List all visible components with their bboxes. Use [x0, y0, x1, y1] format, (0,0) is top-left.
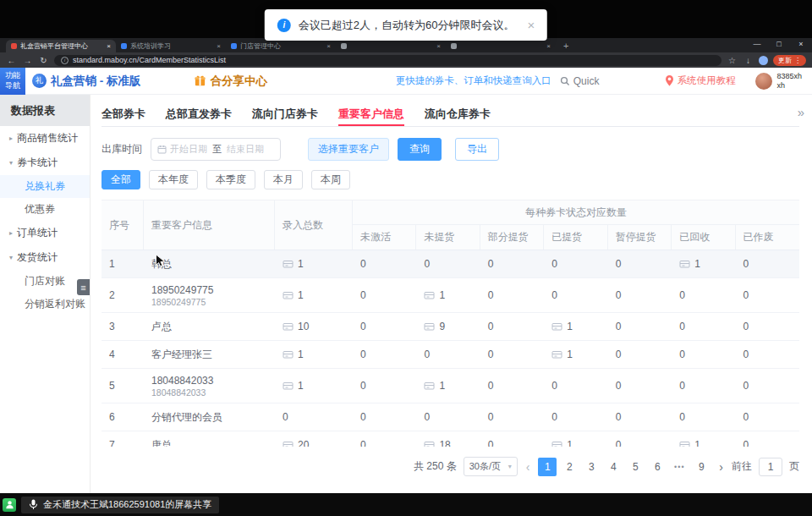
table-row[interactable]: 7唐总2001801010 — [102, 431, 799, 447]
sidebar-subitem[interactable]: 兑换礼券 — [0, 175, 90, 198]
select-customer-button[interactable]: 选择重要客户 — [308, 138, 389, 161]
sidebar-item[interactable]: ▸商品销售统计 — [0, 126, 90, 151]
table-row[interactable]: 5180488420331804884203310100000 — [102, 369, 799, 403]
window-controls: — □ × — [746, 38, 812, 48]
function-nav-toggle[interactable]: 功能导航 — [0, 68, 25, 95]
page-unit-label: 页 — [789, 459, 799, 474]
quick-filter-button[interactable]: 全部 — [102, 170, 140, 189]
count-value: 0 — [679, 321, 685, 332]
col-status: 未提货 — [416, 225, 480, 250]
export-button[interactable]: 导出 — [455, 138, 499, 161]
panel-collapse-icon[interactable]: » — [798, 105, 804, 119]
customer-cell: 卢总 — [144, 313, 275, 340]
back-icon[interactable]: ← — [6, 56, 17, 65]
quick-entry-link[interactable]: 更快捷的券卡、订单和快递查询入口 — [396, 74, 551, 87]
count-cell: 0 — [353, 341, 416, 368]
tutorial-link[interactable]: 系统使用教程 — [665, 74, 735, 87]
col-total: 录入总数 — [275, 200, 353, 250]
browser-tab[interactable]: 礼盒营销平台管理中心× — [6, 40, 116, 52]
sidebar-item[interactable]: ▾发货统计 — [0, 245, 90, 270]
forward-icon[interactable]: → — [22, 56, 33, 65]
content-tab[interactable]: 流向门店券卡 — [252, 105, 318, 126]
reload-icon[interactable]: ↻ — [38, 56, 49, 65]
tab-close-icon[interactable]: × — [326, 42, 331, 50]
count-cell: 0 — [736, 278, 799, 312]
browser-toolbar: ← → ↻ i standard.maboy.cn/CardMemberStat… — [0, 52, 812, 68]
address-bar[interactable]: i standard.maboy.cn/CardMemberStatistics… — [54, 55, 721, 66]
prev-page-button[interactable]: ‹ — [524, 460, 532, 474]
page-button[interactable]: 3 — [582, 458, 601, 476]
tab-close-icon[interactable]: × — [546, 42, 551, 50]
page-button[interactable]: 1 — [538, 458, 557, 476]
update-label: 更新 — [778, 56, 792, 65]
screen-share-pill: 金禾通技术王斌18662591081的屏幕共享 — [21, 497, 219, 513]
quick-filter-button[interactable]: 本季度 — [206, 170, 255, 189]
user-menu[interactable]: 8385xh xh — [755, 72, 802, 90]
page-button[interactable]: 9 — [692, 458, 710, 476]
toast-close-icon[interactable]: × — [527, 18, 535, 32]
page-button[interactable]: 2 — [560, 458, 579, 476]
caret-right-icon: ▸ — [9, 134, 13, 142]
sidebar-collapse-handle[interactable]: ≡ — [77, 279, 90, 295]
close-button[interactable]: × — [790, 40, 812, 48]
quick-filter-button[interactable]: 本年度 — [149, 170, 198, 189]
browser-tab[interactable]: × — [446, 40, 556, 52]
tab-close-icon[interactable]: × — [217, 42, 221, 50]
app-header: 功能导航 礼 礼盒营销 - 标准版 合分享中心 更快捷的券卡、订单和快递查询入口 — [0, 68, 812, 95]
page-button[interactable]: 5 — [626, 458, 645, 476]
count-value: 0 — [360, 380, 366, 392]
maximize-button[interactable]: □ — [768, 40, 790, 48]
content-tab[interactable]: 全部券卡 — [102, 105, 145, 126]
count-cell: 1 — [275, 341, 353, 368]
count-cell: 0 — [275, 403, 353, 431]
share-center-link[interactable]: 合分享中心 — [194, 74, 268, 89]
tab-close-icon[interactable]: × — [436, 42, 441, 50]
search-button[interactable]: 查询 — [398, 138, 442, 161]
tab-close-icon[interactable]: × — [107, 42, 111, 50]
content-tab[interactable]: 总部直发券卡 — [166, 105, 232, 126]
menu-dots-icon[interactable]: ⋮ — [794, 57, 801, 64]
sidebar-item-label: 发货统计 — [17, 250, 58, 265]
table-row[interactable]: 1韩总10000010 — [102, 250, 799, 278]
date-separator: 至 — [212, 143, 222, 156]
goto-page-input[interactable]: 1 — [759, 458, 782, 476]
browser-tab[interactable]: 门店管理中心× — [226, 40, 336, 52]
page-size-select[interactable]: 30条/页 ▾ — [464, 457, 518, 476]
browser-tab[interactable]: × — [336, 40, 446, 52]
count-cell: 0 — [608, 403, 672, 431]
page-button[interactable]: 4 — [604, 458, 623, 476]
bookmark-icon[interactable]: ☆ — [727, 56, 738, 65]
quick-filter-button[interactable]: 本月 — [264, 170, 303, 189]
quick-search[interactable]: Quick — [560, 75, 600, 87]
count-value: 10 — [298, 321, 309, 332]
site-info-icon[interactable]: i — [61, 57, 69, 64]
sidebar-item[interactable]: ▸订单统计 — [0, 221, 90, 245]
sidebar-subitem[interactable]: 分销返利对账 — [0, 293, 90, 316]
count-cell: 0 — [608, 431, 672, 447]
next-page-button[interactable]: › — [717, 460, 725, 474]
page-ellipsis[interactable]: ••• — [670, 458, 689, 476]
browser-profile-avatar[interactable] — [759, 56, 768, 65]
content-tab[interactable]: 重要客户信息 — [338, 105, 404, 126]
date-range-input[interactable]: 开始日期 至 结束日期 — [151, 138, 281, 161]
page-list: 123456•••9 — [538, 458, 710, 476]
count-value: 0 — [743, 411, 749, 423]
table-row[interactable]: 4客户经理张三10001000 — [102, 341, 799, 369]
quick-filter-button[interactable]: 本周 — [311, 170, 350, 189]
sidebar-item-label: 订单统计 — [17, 226, 58, 240]
browser-update-chip[interactable]: 更新 ⋮ — [773, 55, 806, 66]
table-row[interactable]: 3卢总100901000 — [102, 313, 799, 341]
content-tab[interactable]: 流向仓库券卡 — [425, 105, 491, 126]
url-text: standard.maboy.cn/CardMemberStatisticsLi… — [73, 56, 226, 64]
table-row[interactable]: 2189502497751895024977510100000 — [102, 278, 799, 313]
minimize-button[interactable]: — — [746, 40, 768, 48]
download-icon[interactable]: ↓ — [743, 56, 754, 65]
new-tab-button[interactable]: + — [556, 41, 576, 51]
brand: 礼 礼盒营销 - 标准版 — [32, 74, 141, 89]
table-row[interactable]: 6分销代理的会员00000000 — [102, 403, 799, 431]
sidebar-item[interactable]: ▾券卡统计 — [0, 151, 90, 175]
page-button[interactable]: 6 — [648, 458, 667, 476]
browser-tab[interactable]: 系统培训学习× — [116, 40, 226, 52]
sidebar-subitem[interactable]: 优惠券 — [0, 198, 90, 221]
sidebar: 数据报表 ▸商品销售统计▾券卡统计兑换礼券优惠券▸订单统计▾发货统计门店对账分销… — [0, 95, 91, 493]
